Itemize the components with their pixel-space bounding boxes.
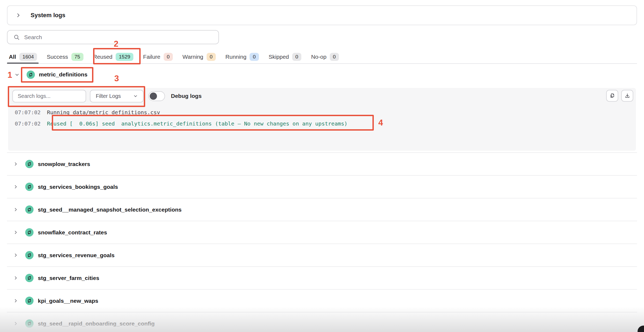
tab-label: All [9,54,16,60]
search-icon [13,34,20,40]
chevron-right-icon[interactable] [13,276,18,280]
tab-label: Skipped [269,54,289,60]
status-tab[interactable]: No-op 0 [311,50,339,63]
tab-count-badge: 0 [164,53,173,61]
log-line: 07:07:02 Reused [ 0.06s] seed analytics.… [8,118,636,129]
chevron-right-icon[interactable] [16,13,21,18]
reused-status-icon [25,183,34,191]
run-name: stg_services_revenue_goals [38,252,115,259]
log-search-box[interactable] [12,90,86,102]
chevron-right-icon[interactable] [13,185,18,189]
reused-status-icon [27,71,35,79]
tab-label: Reused [93,54,112,60]
chevron-right-icon[interactable] [13,253,18,257]
tab-label: Warning [182,54,203,60]
status-tab[interactable]: Success 75 [47,50,83,63]
run-name: stg_seed__managed_snapshot_selection_exc… [38,206,182,213]
log-timestamp: 07:07:02 [8,109,47,116]
log-timestamp: 07:07:02 [8,120,47,127]
reused-status-icon [25,160,34,168]
tab-label: No-op [311,54,326,60]
status-tab[interactable]: Failure 0 [143,50,173,63]
run-row[interactable]: stg_services_bookings_goals [7,176,637,198]
filter-logs-dropdown[interactable]: Filter Logs [90,90,144,102]
download-icon [624,93,630,99]
status-tabs: All 1604 Success 75 Reused 1529 Failure … [7,50,637,64]
system-logs-header[interactable]: System logs [7,5,637,25]
chevron-right-icon[interactable] [13,298,18,303]
reused-status-icon [25,319,34,328]
log-search-input[interactable] [18,93,81,99]
tab-count-badge: 0 [207,53,216,61]
run-row[interactable]: snowflake_contract_rates [7,221,637,244]
chevron-right-icon[interactable] [13,207,18,212]
chevron-right-icon[interactable] [13,321,18,326]
tab-label: Success [47,54,68,60]
run-name: stg_seed__rapid_onboarding_score_config [38,320,155,327]
copy-icon [609,93,615,99]
chevron-right-icon[interactable] [13,162,18,166]
chevron-right-icon[interactable] [13,230,18,235]
debug-logs-label: Debug logs [171,93,202,99]
run-list: snowplow_trackers stg_services_bookings_… [7,152,637,332]
reused-status-icon [25,251,34,259]
tab-count-badge: 0 [292,53,302,61]
expanded-run-row[interactable]: metric_definitions [7,67,87,83]
run-name: snowflake_contract_rates [38,229,107,236]
log-line: 07:07:02 Running data/metric_definitions… [8,107,636,118]
run-row[interactable]: stg_server_farm_cities [7,267,637,290]
run-row[interactable]: kpi_goals__new_waps [7,290,637,312]
run-row[interactable]: stg_seed__rapid_onboarding_score_config [7,312,637,332]
log-toolbar: Filter Logs Debug logs [8,88,636,104]
expanded-run-name: metric_definitions [39,71,87,78]
copy-logs-button[interactable] [606,90,618,102]
toggle-knob [150,93,157,100]
tab-count-badge: 0 [330,53,339,61]
run-name: stg_server_farm_cities [38,275,99,281]
run-row[interactable]: stg_seed__managed_snapshot_selection_exc… [7,198,637,221]
tab-label: Failure [143,54,160,60]
run-name: snowplow_trackers [38,161,90,167]
tab-count-badge: 1529 [116,53,133,61]
run-name: kpi_goals__new_waps [38,298,98,304]
log-message: Reused [ 0.06s] seed analytics.metric_de… [47,120,347,127]
chevron-down-icon[interactable] [15,72,19,77]
filter-logs-label: Filter Logs [96,93,121,99]
status-tab[interactable]: Skipped 0 [269,50,301,63]
page-title: System logs [31,12,65,19]
reused-status-icon [25,228,34,237]
log-output: 07:07:02 Running data/metric_definitions… [8,107,636,129]
debug-logs-toggle[interactable] [148,91,165,101]
log-panel: Filter Logs Debug logs 07:07:02 Running … [8,88,636,151]
download-logs-button[interactable] [621,90,633,102]
run-row[interactable]: snowplow_trackers [7,153,637,176]
tab-count-badge: 1604 [19,53,37,61]
global-search[interactable] [7,30,219,44]
search-input[interactable] [24,34,207,40]
tab-count-badge: 75 [71,53,83,61]
status-tab[interactable]: Reused 1529 [93,50,134,63]
reused-status-icon [25,297,34,305]
log-actions [606,90,633,102]
run-row[interactable]: stg_services_revenue_goals [7,244,637,267]
status-tab[interactable]: Warning 0 [182,50,216,63]
corner-artifact [638,326,644,332]
tab-label: Running [225,54,246,60]
log-message: Running data/metric_definitions.csv [47,109,160,116]
chevron-down-icon [133,94,138,98]
tab-count-badge: 0 [250,53,259,61]
annotation-number-3: 3 [114,74,119,83]
run-name: stg_services_bookings_goals [38,184,118,190]
status-tab[interactable]: Running 0 [225,50,259,63]
status-tab[interactable]: All 1604 [9,50,37,63]
reused-status-icon [25,274,34,282]
reused-status-icon [25,205,34,214]
